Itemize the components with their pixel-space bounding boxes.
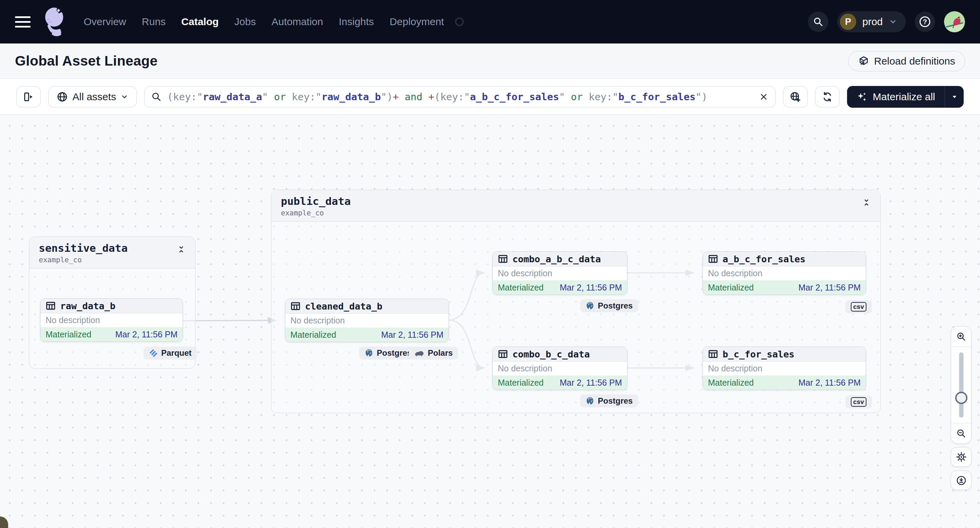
svg-text:?: ? xyxy=(923,18,927,25)
refresh-icon xyxy=(821,91,833,103)
asset-name: b_c_for_sales xyxy=(722,349,794,360)
view-global-lineage-button[interactable] xyxy=(783,86,808,107)
zoom-in-icon xyxy=(956,331,966,342)
menu-icon[interactable] xyxy=(15,16,30,27)
collapse-group-button[interactable] xyxy=(177,242,186,258)
asset-name: raw_data_b xyxy=(60,301,116,311)
nav-item-jobs[interactable]: Jobs xyxy=(234,16,256,27)
group-location: example_co xyxy=(39,256,127,264)
download-graph-button[interactable] xyxy=(951,471,972,490)
chevron-down-icon xyxy=(889,17,897,26)
materialization-timestamp[interactable]: Mar 2, 11:56 PM xyxy=(560,283,622,293)
status-badge: Materialized xyxy=(290,330,336,340)
asset-node-a-b-c-for-sales[interactable]: a_b_c_for_sales No description Materiali… xyxy=(703,251,866,295)
materialize-options-button[interactable] xyxy=(945,86,964,108)
nav-item-insights[interactable]: Insights xyxy=(339,16,374,27)
workspace-name: prod xyxy=(862,16,883,27)
globe-plus-icon xyxy=(789,91,801,103)
nav-item-catalog[interactable]: Catalog xyxy=(181,16,219,27)
group-name: sensitive_data xyxy=(39,242,127,254)
group-header: public_data example_co xyxy=(271,190,880,222)
table-icon xyxy=(498,254,508,264)
gear-icon xyxy=(956,452,967,462)
zoom-slider[interactable] xyxy=(951,347,971,423)
close-icon xyxy=(759,92,768,101)
graph-settings-button[interactable] xyxy=(951,447,972,467)
search-icon xyxy=(151,92,162,102)
download-icon xyxy=(956,475,967,486)
user-avatar[interactable] xyxy=(944,11,965,32)
asset-name: a_b_c_for_sales xyxy=(722,254,805,264)
badge-label: Parquet xyxy=(161,348,191,358)
reload-definitions-label: Reload definitions xyxy=(874,55,956,67)
kind-badge-postgres[interactable]: Postgres xyxy=(580,299,638,312)
kind-badge-csv[interactable]: csv xyxy=(845,300,872,313)
kind-badge-polars[interactable]: Polars xyxy=(409,347,458,360)
badge-label: Polars xyxy=(428,348,453,358)
asset-node-combo-b-c-data[interactable]: combo_b_c_data No description Materializ… xyxy=(492,347,627,390)
workspace-avatar: P xyxy=(840,14,856,30)
nav-item-automation[interactable]: Automation xyxy=(271,16,323,27)
lineage-toolbar: All assets (key:"raw_data_a" or key:"raw… xyxy=(0,79,980,115)
search-button[interactable] xyxy=(808,11,828,32)
kind-badge-postgres[interactable]: Postgres xyxy=(580,395,638,407)
group-name: public_data xyxy=(281,195,351,208)
table-icon xyxy=(498,349,508,359)
zoom-out-button[interactable] xyxy=(951,423,971,443)
open-sidebar-button[interactable] xyxy=(16,86,41,107)
reload-definitions-button[interactable]: Reload definitions xyxy=(848,51,966,71)
badge-label: Postgres xyxy=(598,396,633,406)
chevron-down-icon xyxy=(121,93,128,101)
postgres-icon xyxy=(585,396,594,405)
asset-node-b-c-for-sales[interactable]: b_c_for_sales No description Materialize… xyxy=(703,347,866,390)
filter-query-text: (key:"raw_data_a" or key:"raw_data_b")+ … xyxy=(167,91,753,103)
nav-item-runs[interactable]: Runs xyxy=(142,16,165,27)
zoom-slider-track[interactable] xyxy=(959,352,963,418)
materialization-timestamp[interactable]: Mar 2, 11:56 PM xyxy=(799,378,861,388)
asset-description: No description xyxy=(493,266,627,280)
kind-badge-csv[interactable]: csv xyxy=(845,395,872,408)
asset-description: No description xyxy=(493,362,627,376)
asset-name: combo_a_b_c_data xyxy=(512,254,601,264)
materialization-timestamp[interactable]: Mar 2, 11:56 PM xyxy=(381,330,444,340)
csv-icon: csv xyxy=(851,302,866,312)
collapse-icon xyxy=(178,245,185,254)
collapse-group-button[interactable] xyxy=(862,195,871,211)
materialize-all-main[interactable]: Materialize all xyxy=(847,86,945,108)
zoom-slider-thumb[interactable] xyxy=(955,392,967,404)
asset-node-cleaned-data-b[interactable]: cleaned_data_b No description Materializ… xyxy=(285,299,449,342)
materialize-all-button[interactable]: Materialize all xyxy=(847,86,964,108)
corner-decoration xyxy=(0,517,8,528)
clear-filter-button[interactable] xyxy=(759,92,768,101)
workspace-switcher[interactable]: P prod xyxy=(837,11,906,32)
asset-scope-dropdown[interactable]: All assets xyxy=(48,86,137,107)
materialization-timestamp[interactable]: Mar 2, 11:56 PM xyxy=(115,330,178,339)
materialization-timestamp[interactable]: Mar 2, 11:56 PM xyxy=(560,378,622,388)
materialize-all-label: Materialize all xyxy=(873,91,935,103)
zoom-in-button[interactable] xyxy=(951,327,971,347)
asset-description: No description xyxy=(285,314,449,328)
status-badge: Materialized xyxy=(46,330,91,339)
page-title: Global Asset Lineage xyxy=(15,53,158,69)
nav-item-deployment[interactable]: Deployment xyxy=(390,16,444,27)
status-badge: Materialized xyxy=(708,283,754,293)
lineage-canvas[interactable]: sensitive_data example_co public_data ex… xyxy=(0,115,980,528)
refresh-button[interactable] xyxy=(815,86,840,107)
asset-description: No description xyxy=(703,266,866,280)
asset-filter-input[interactable]: (key:"raw_data_a" or key:"raw_data_b")+ … xyxy=(144,86,775,107)
badge-label: Postgres xyxy=(598,301,633,311)
zoom-control-panel xyxy=(951,326,972,444)
asset-node-raw-data-b[interactable]: raw_data_b No description MaterializedMa… xyxy=(40,298,183,342)
status-badge: Materialized xyxy=(708,378,754,388)
top-nav: Overview Runs Catalog Jobs Automation In… xyxy=(0,0,980,43)
asset-node-combo-a-b-c-data[interactable]: combo_a_b_c_data No description Material… xyxy=(492,251,627,295)
reload-cube-icon xyxy=(858,55,870,67)
globe-icon xyxy=(57,91,68,102)
help-button[interactable]: ? xyxy=(915,11,935,32)
dagster-logo-icon[interactable] xyxy=(41,6,69,37)
nav-item-overview[interactable]: Overview xyxy=(84,16,126,27)
badge-label: Postgres xyxy=(377,348,412,358)
loading-spinner-icon xyxy=(455,17,464,26)
kind-badge-parquet[interactable]: Parquet xyxy=(143,347,197,360)
materialization-timestamp[interactable]: Mar 2, 11:56 PM xyxy=(799,283,861,293)
